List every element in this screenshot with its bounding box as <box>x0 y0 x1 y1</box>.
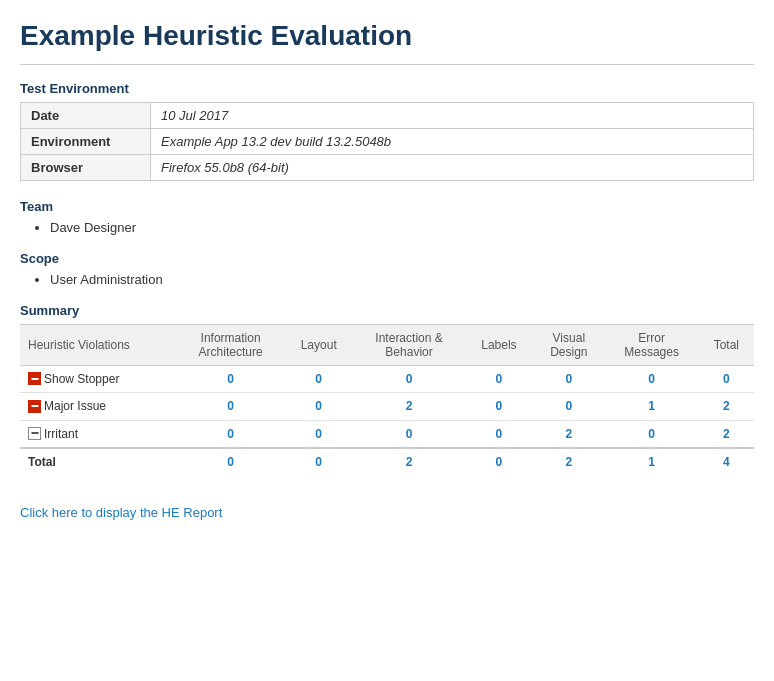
team-section: Team Dave Designer <box>20 199 754 235</box>
cell-interaction: 0 <box>353 366 464 393</box>
col-layout: Layout <box>284 325 353 366</box>
cell-visual_design: 0 <box>533 393 604 420</box>
col-interaction: Interaction &Behavior <box>353 325 464 366</box>
env-field: Date <box>21 103 151 129</box>
team-member: Dave Designer <box>50 220 754 235</box>
cell-labels: 0 <box>465 420 534 448</box>
cell-interaction: 2 <box>353 393 464 420</box>
cell-error_messages: 0 <box>604 366 698 393</box>
scope-label: Scope <box>20 251 754 266</box>
irritant-icon <box>28 427 41 440</box>
summary-label: Summary <box>20 303 754 318</box>
cell-layout: 0 <box>284 420 353 448</box>
environment-table: Date10 Jul 2017EnvironmentExample App 13… <box>20 102 754 181</box>
summary-total-row: Total0020214 <box>20 448 754 475</box>
summary-table-body: Show Stopper0000000Major Issue0020012Irr… <box>20 366 754 475</box>
env-value: 10 Jul 2017 <box>151 103 754 129</box>
cell-info_arch: 0 <box>177 393 284 420</box>
cell-error_messages: 1 <box>604 393 698 420</box>
total-cell-total: 4 <box>699 448 754 475</box>
show-stopper-icon <box>28 372 41 385</box>
col-info-arch: InformationArchitecture <box>177 325 284 366</box>
test-environment-section: Test Environment Date10 Jul 2017Environm… <box>20 81 754 181</box>
row-label: Irritant <box>20 420 177 448</box>
col-labels: Labels <box>465 325 534 366</box>
env-table-row: EnvironmentExample App 13.2 dev build 13… <box>21 129 754 155</box>
cell-labels: 0 <box>465 393 534 420</box>
cell-layout: 0 <box>284 366 353 393</box>
env-value: Example App 13.2 dev build 13.2.5048b <box>151 129 754 155</box>
summary-section: Summary Heuristic Violations Information… <box>20 303 754 475</box>
row-label: Show Stopper <box>20 366 177 393</box>
col-total: Total <box>699 325 754 366</box>
cell-info_arch: 0 <box>177 366 284 393</box>
total-label: Total <box>20 448 177 475</box>
col-violations: Heuristic Violations <box>20 325 177 366</box>
scope-list: User Administration <box>50 272 754 287</box>
scope-section: Scope User Administration <box>20 251 754 287</box>
major-issue-icon <box>28 400 41 413</box>
env-table-row: BrowserFirefox 55.0b8 (64-bit) <box>21 155 754 181</box>
summary-header-row: Heuristic Violations InformationArchitec… <box>20 325 754 366</box>
summary-data-row: Irritant0000202 <box>20 420 754 448</box>
col-visual-design: VisualDesign <box>533 325 604 366</box>
cell-total: 2 <box>699 420 754 448</box>
cell-total: 0 <box>699 366 754 393</box>
he-report-link[interactable]: Click here to display the HE Report <box>20 505 222 520</box>
env-field: Environment <box>21 129 151 155</box>
env-value: Firefox 55.0b8 (64-bit) <box>151 155 754 181</box>
summary-data-row: Show Stopper0000000 <box>20 366 754 393</box>
total-cell-info_arch: 0 <box>177 448 284 475</box>
col-error-messages: ErrorMessages <box>604 325 698 366</box>
summary-table: Heuristic Violations InformationArchitec… <box>20 324 754 475</box>
cell-error_messages: 0 <box>604 420 698 448</box>
cell-total: 2 <box>699 393 754 420</box>
cell-interaction: 0 <box>353 420 464 448</box>
cell-layout: 0 <box>284 393 353 420</box>
row-label: Major Issue <box>20 393 177 420</box>
total-cell-visual_design: 2 <box>533 448 604 475</box>
total-cell-error_messages: 1 <box>604 448 698 475</box>
team-list: Dave Designer <box>50 220 754 235</box>
cell-labels: 0 <box>465 366 534 393</box>
env-field: Browser <box>21 155 151 181</box>
total-cell-labels: 0 <box>465 448 534 475</box>
team-label: Team <box>20 199 754 214</box>
cell-visual_design: 0 <box>533 366 604 393</box>
env-table-row: Date10 Jul 2017 <box>21 103 754 129</box>
page-title: Example Heuristic Evaluation <box>20 20 754 52</box>
test-environment-label: Test Environment <box>20 81 754 96</box>
total-cell-interaction: 2 <box>353 448 464 475</box>
cell-info_arch: 0 <box>177 420 284 448</box>
total-cell-layout: 0 <box>284 448 353 475</box>
cell-visual_design: 2 <box>533 420 604 448</box>
summary-data-row: Major Issue0020012 <box>20 393 754 420</box>
scope-item: User Administration <box>50 272 754 287</box>
